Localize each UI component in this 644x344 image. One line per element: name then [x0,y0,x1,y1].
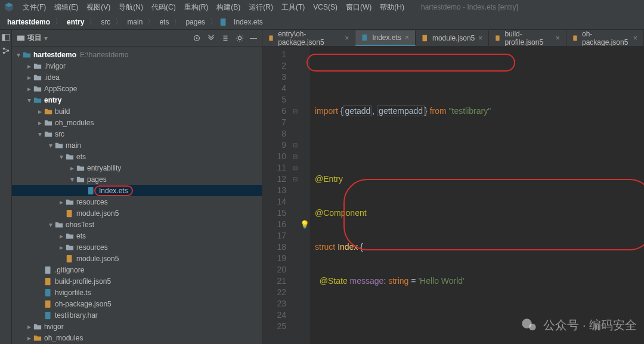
svg-rect-11 [67,209,72,216]
svg-rect-14 [45,277,51,284]
menu-help[interactable]: 帮助(H) [376,1,408,14]
editor-tab-active[interactable]: Index.ets× [355,30,416,46]
tree-item[interactable]: .gitignore [12,264,262,275]
tree-item[interactable]: ▾src [12,128,262,140]
annotation-import [306,54,515,72]
editor-tab[interactable]: build-profile.json5× [489,30,566,46]
tree-item[interactable]: build-profile.json5 [12,275,262,287]
menubar: 文件(F) 编辑(E) 视图(V) 导航(N) 代码(C) 重构(R) 构建(B… [0,0,644,14]
tree-item[interactable]: ▾entry [12,94,262,106]
crumb[interactable]: hartestdemo [5,17,52,27]
tree-item[interactable]: testlibrary.har [12,309,262,321]
tree-item[interactable]: ▸resources [12,196,262,207]
close-icon[interactable]: × [478,34,482,42]
tool-window-bar [0,30,12,344]
structure-tool-icon[interactable] [2,47,10,55]
menu-tools[interactable]: 工具(T) [278,1,308,14]
tree-item[interactable]: module.json5 [12,207,262,219]
hide-button[interactable]: — [250,34,257,42]
menu-build[interactable]: 构建(B) [213,1,244,14]
crumb[interactable]: main [125,17,145,27]
menu-refactor[interactable]: 重构(R) [181,1,212,14]
project-tree[interactable]: ▾hartestdemoE:\hartestdemo ▸.hvigor ▸.id… [12,47,262,344]
menu-edit[interactable]: 编辑(E) [51,1,82,14]
expand-icon[interactable] [207,34,215,42]
ets-icon [361,34,369,41]
editor-tab[interactable]: entry\oh-package.json5× [262,30,355,46]
svg-rect-21 [363,35,367,41]
tree-item[interactable]: ▾pages [12,173,262,185]
breadcrumb-bar: hartestdemo〉 entry〉 src〉 main〉 ets〉 page… [0,14,644,30]
collapse-icon[interactable] [221,34,230,42]
editor-tab[interactable]: module.json5× [416,30,489,46]
tree-item[interactable]: ▸resources [12,241,262,253]
crumb[interactable]: src [98,17,113,27]
json-icon [495,35,501,42]
menu-view[interactable]: 视图(V) [83,1,114,14]
tree-item[interactable]: module.json5 [12,253,262,264]
svg-point-9 [238,36,241,39]
crumb-file[interactable]: Index.ets [231,17,265,27]
crumb[interactable]: entry [64,17,86,27]
menu-file[interactable]: 文件(F) [19,1,49,14]
tree-item[interactable]: ▸ets [12,230,262,241]
close-icon[interactable]: × [405,33,409,42]
sidebar-tools: — [193,34,257,42]
svg-rect-6 [17,35,24,41]
editor: entry\oh-package.json5× Index.ets× modul… [262,30,644,344]
svg-rect-17 [45,311,51,318]
main-area: 项目 ▾ — ▾hartestdemoE:\hartestdemo ▸.hvig… [0,30,644,344]
tree-item[interactable]: oh-package.json5 [12,298,262,309]
app-logo-icon [4,2,14,13]
svg-rect-12 [67,255,72,262]
editor-tabs: entry\oh-package.json5× Index.ets× modul… [262,30,644,47]
tree-root[interactable]: ▾hartestdemoE:\hartestdemo [12,49,262,60]
menu-vcs[interactable]: VCS(S) [309,2,341,13]
svg-rect-24 [573,36,577,41]
tree-item[interactable]: ▾ets [12,151,262,162]
tree-item[interactable]: ▸entryability [12,162,262,173]
tree-item[interactable]: hvigorfile.ts [12,287,262,298]
svg-rect-23 [496,36,500,41]
svg-rect-10 [88,187,94,194]
gear-icon[interactable] [236,34,244,42]
menu-run[interactable]: 运行(R) [245,1,277,14]
code-area[interactable]: 1234567891011121314151617181920212223242… [262,47,644,344]
code-content[interactable]: import {getadd, gettempadd} from "testli… [310,47,644,344]
menu-window[interactable]: 窗口(W) [342,1,375,14]
tree-item-selected[interactable]: Index.ets [12,185,262,196]
close-icon[interactable]: × [556,34,560,42]
json-icon [268,35,274,42]
sidebar-header: 项目 ▾ — [12,30,262,47]
window-title: hartestdemo - Index.ets [entry] [421,3,518,11]
hint-gutter: 💡 [299,47,310,344]
file-icon [219,18,228,26]
close-icon[interactable]: × [345,34,349,42]
tree-item[interactable]: ▸hvigor [12,321,262,332]
tree-item[interactable]: ▸AppScope [12,83,262,94]
crumb[interactable]: ets [157,17,171,27]
project-sidebar: 项目 ▾ — ▾hartestdemoE:\hartestdemo ▸.hvig… [12,30,262,344]
close-icon[interactable]: × [633,34,637,42]
svg-rect-13 [45,266,51,273]
json-icon [572,35,578,42]
fold-gutter[interactable]: ⊟⊟⊟⊟⊟ [291,47,299,344]
crumb[interactable]: pages [183,17,208,27]
tree-item[interactable]: ▸.hvigor [12,60,262,72]
tree-item[interactable]: ▸build [12,106,262,117]
svg-point-8 [196,37,198,39]
highlighted-file: Index.ets [94,185,133,196]
tree-item[interactable]: ▸oh_modules [12,117,262,128]
svg-rect-22 [422,35,427,42]
menu-navigate[interactable]: 导航(N) [115,1,147,14]
bulb-icon[interactable]: 💡 [299,219,310,230]
tree-item[interactable]: ▸oh_modules [12,332,262,343]
tree-item[interactable]: ▾ohosTest [12,219,262,230]
editor-tab[interactable]: oh-package.json5× [566,30,644,46]
menu-code[interactable]: 代码(C) [148,1,179,14]
tree-item[interactable]: ▾main [12,140,262,151]
chevron-down-icon[interactable]: ▾ [44,34,48,42]
tree-item[interactable]: ▸.idea [12,72,262,83]
project-tool-icon[interactable] [2,33,10,42]
locate-icon[interactable] [193,34,201,42]
